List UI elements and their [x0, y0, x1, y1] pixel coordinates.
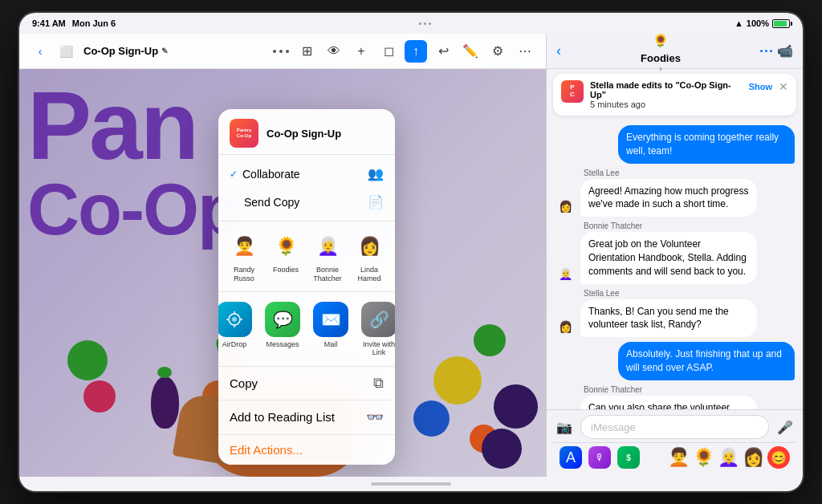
app-store-button[interactable]: A [560, 446, 582, 469]
reading-list-label: Add to Reading List [230, 410, 335, 424]
time: 9:41 AM [32, 18, 66, 28]
podcast-button[interactable]: 🎙 [588, 446, 611, 469]
message-bubble-sent: Everything is coming together really wel… [618, 125, 795, 164]
people-row: 🧑‍🦱 RandyRusso 🌻 Foodies 👩‍🦳 BonnieThatc… [218, 222, 395, 292]
notif-show-button[interactable]: Show [749, 82, 772, 91]
checkmark-icon: ✓ [230, 169, 238, 180]
message-row: 👩 Stella Lee Agreed! Amazing how much pr… [555, 169, 795, 217]
settings-icon[interactable]: ⚙ [486, 40, 509, 63]
camera-button[interactable]: 📷 [553, 416, 576, 438]
svg-point-1 [232, 317, 237, 322]
message-bubble-received: Can you also share the volunteer sign-up… [580, 396, 757, 409]
stella-avatar2: 👩 [555, 316, 576, 337]
collaborate-option-left: ✓ Collaborate [230, 168, 300, 181]
person-linda[interactable]: 👩 LindaHamed [352, 230, 386, 283]
invite-link-label: Invite withLink [363, 340, 395, 356]
main-content: ‹ ⬜ Co-Op Sign-Up ✎ ⊞ 👁 + ◻ [19, 34, 803, 477]
randy-avatar: 🧑‍🦱 [227, 230, 261, 263]
message-bubble-received: Great job on the Volunteer Orientation H… [580, 232, 757, 283]
messages-toolbar-icons: 📹 [760, 43, 793, 59]
pages-toolbar: ‹ ⬜ Co-Op Sign-Up ✎ ⊞ 👁 + ◻ [19, 34, 546, 69]
toolbar-nav: ‹ ⬜ [29, 40, 77, 63]
messages-title: 🌻 Foodies › [568, 34, 754, 73]
messages-panel: ‹ 🌻 Foodies › 📹 PC [546, 34, 803, 477]
sender-name: Stella Lee [580, 169, 757, 177]
insert-icon[interactable]: + [350, 40, 372, 63]
notif-close-button[interactable]: ✕ [779, 80, 788, 93]
messages-back-button[interactable]: ‹ [556, 43, 561, 59]
emoji-3[interactable]: 👩‍🦳 [718, 447, 739, 468]
airdrop-app[interactable]: AirDrop [218, 302, 252, 356]
pencil-icon[interactable]: ✏️ [459, 40, 482, 63]
emoji-1[interactable]: 🧑‍🦱 [668, 447, 690, 468]
invite-link-icon: 🔗 [361, 302, 395, 337]
person-foodies[interactable]: 🌻 Foodies [269, 230, 303, 283]
date: Mon Jun 6 [72, 18, 116, 28]
doc-title-area: Co-Op Sign-Up ✎ [83, 45, 168, 57]
mic-button[interactable]: 🎤 [774, 416, 796, 438]
battery-icon [772, 19, 790, 28]
group-avatar: 🌻 [649, 34, 672, 51]
copy-action[interactable]: Copy ⧉ [218, 367, 395, 400]
person-bonnie[interactable]: 👩‍🦳 BonnieThatcher [311, 230, 344, 283]
zoom-icon[interactable]: ⊞ [295, 40, 318, 63]
undo-icon[interactable]: ↩ [432, 40, 454, 63]
status-left: 9:41 AM Mon Jun 6 [32, 18, 116, 28]
message-input[interactable]: iMessage [580, 415, 769, 439]
messages-app[interactable]: 💬 Messages [265, 302, 300, 356]
battery-fill [774, 21, 787, 26]
message-bubble-received: Agreed! Amazing how much progress we've … [580, 179, 757, 217]
collaborate-option[interactable]: ✓ Collaborate 👥 [218, 160, 395, 188]
send-copy-label: Send Copy [244, 196, 299, 209]
group-subtitle: › [568, 64, 754, 73]
toolbar-more-dots[interactable] [273, 50, 289, 53]
emoji-2[interactable]: 🌻 [693, 447, 714, 468]
edit-actions[interactable]: Edit Actions... [218, 435, 395, 465]
sender-name: Bonnie Thatcher [580, 222, 757, 230]
message-row: 👩‍🦳 Bonnie Thatcher Can you also share t… [555, 385, 795, 409]
copy-icon: ⧉ [373, 375, 384, 392]
message-bubble-container: Stella Lee Thanks, B! Can you send me th… [580, 289, 757, 338]
notif-title: Stella made edits to "Co-Op Sign-Up" [590, 80, 743, 100]
ipad-frame: 9:41 AM Mon Jun 6 ▲ 100% ‹ ⬜ [18, 11, 804, 493]
extra-icon[interactable]: ⋯ [514, 40, 536, 63]
group-name: Foodies [568, 52, 754, 64]
edit-indicator: ✎ [161, 47, 168, 55]
popup-collab-section: ✓ Collaborate 👥 Send Copy 📄 [218, 155, 395, 222]
glasses-icon: 👓 [366, 408, 384, 426]
home-bar[interactable] [371, 482, 451, 486]
message-bubble-sent: Absolutely. Just finishing that up and w… [618, 342, 795, 380]
view-icon[interactable]: 👁 [323, 40, 345, 63]
apps-bottom-bar: A 🎙 $ 🧑‍🦱 🌻 👩‍🦳 👩 😊 [553, 442, 796, 472]
share-button[interactable]: ↑ [405, 40, 427, 63]
memoji-button[interactable]: 😊 [767, 446, 790, 469]
mail-label: Mail [324, 340, 338, 348]
send-copy-option[interactable]: Send Copy 📄 [218, 188, 395, 216]
center-dots [419, 22, 431, 25]
foodies-name: Foodies [273, 266, 299, 274]
emoji-4[interactable]: 👩 [743, 447, 764, 468]
person-group-icon: 👥 [368, 166, 384, 181]
send-copy-left: Send Copy [230, 196, 299, 209]
doc-content: Pan Co-Op [19, 69, 546, 477]
invite-link-app[interactable]: 🔗 Invite withLink [361, 302, 395, 356]
messages-scroll[interactable]: Everything is coming together really wel… [547, 120, 803, 409]
foodies-avatar: 🌻 [269, 230, 303, 263]
cash-button[interactable]: $ [617, 446, 640, 469]
format-icon[interactable]: ◻ [377, 40, 400, 63]
battery-pct: 100% [747, 18, 769, 28]
status-right: ▲ 100% [735, 18, 790, 28]
notif-app-icon: PC [561, 80, 584, 103]
back-button[interactable]: ‹ [29, 40, 51, 63]
facetime-button[interactable]: 📹 [777, 43, 793, 59]
mail-app[interactable]: ✉️ Mail [313, 302, 348, 356]
notif-actions: Show ✕ [749, 80, 788, 93]
messages-more-button[interactable] [760, 43, 772, 59]
popup-doc-icon: PantryCo-Op [230, 119, 258, 148]
person-randy[interactable]: 🧑‍🦱 RandyRusso [227, 230, 261, 283]
toolbar-icons: ⊞ 👁 + ◻ ↑ ↩ ✏️ ⚙ ⋯ [295, 40, 536, 63]
message-bubble-container: Stella Lee Agreed! Amazing how much prog… [580, 169, 757, 217]
airdrop-icon [218, 302, 252, 337]
reading-list-action[interactable]: Add to Reading List 👓 [218, 400, 395, 435]
doc-view-button[interactable]: ⬜ [55, 40, 77, 63]
